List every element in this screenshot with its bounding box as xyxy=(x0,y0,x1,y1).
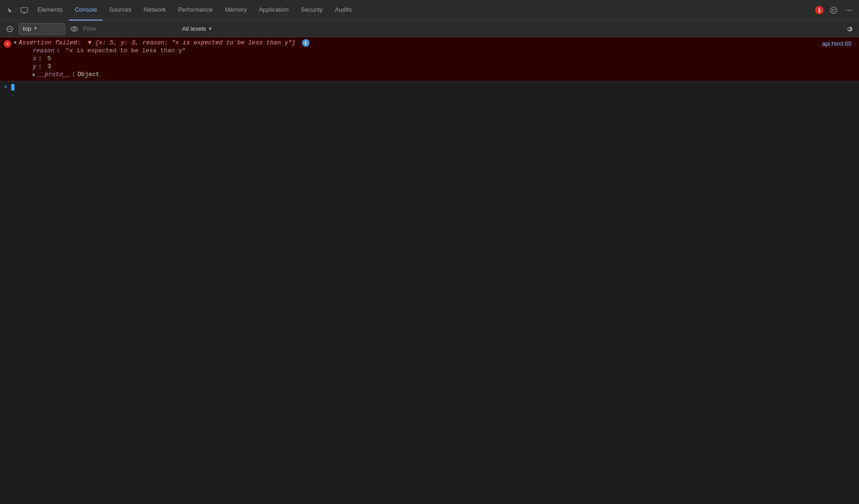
svg-point-7 xyxy=(848,9,849,10)
svg-point-3 xyxy=(831,7,837,14)
tab-memory[interactable]: Memory xyxy=(219,0,253,21)
cursor-icon[interactable] xyxy=(4,4,17,17)
prop-key-x: x xyxy=(33,55,36,62)
console-content: ✕ ▶ Assertion failed: ▼ {x: 5, y: 3, rea… xyxy=(0,37,859,504)
tab-network[interactable]: Network xyxy=(138,0,172,21)
console-prompt: > xyxy=(4,84,7,91)
error-count-circle: 1 xyxy=(815,6,824,14)
error-badge[interactable]: 1 xyxy=(815,6,824,14)
prop-val-x: 5 xyxy=(44,55,51,62)
tab-right-icons: 1 xyxy=(815,4,855,17)
levels-chevron-icon: ▼ xyxy=(208,26,212,31)
filter-input[interactable] xyxy=(83,23,176,35)
proto-expand-arrow-icon[interactable]: ▶ xyxy=(33,72,35,77)
svg-point-11 xyxy=(71,27,77,31)
svg-point-8 xyxy=(851,9,852,10)
prop-row-x: x : 5 xyxy=(14,55,855,63)
svg-point-12 xyxy=(73,28,76,30)
svg-point-4 xyxy=(832,9,833,10)
eye-icon-button[interactable] xyxy=(68,23,80,35)
emoji-icon[interactable] xyxy=(827,4,840,17)
info-icon[interactable]: i xyxy=(302,39,310,47)
proto-row: ▶ __proto__ : Object xyxy=(14,70,855,78)
expand-arrow-icon[interactable]: ▶ xyxy=(13,42,18,44)
tab-console[interactable]: Console xyxy=(69,0,103,21)
proto-type: Object xyxy=(77,71,99,78)
svg-point-5 xyxy=(835,9,836,10)
console-cursor[interactable] xyxy=(11,84,14,91)
context-selector[interactable]: top ▼ xyxy=(19,23,65,35)
more-icon[interactable] xyxy=(842,4,855,17)
object-preview-text: ▼ {x: 5, y: 3, reason: "x is expected to… xyxy=(84,39,299,46)
file-link[interactable]: api.html:60 xyxy=(822,40,852,47)
tab-performance[interactable]: Performance xyxy=(172,0,218,21)
assertion-failed-label: Assertion failed: xyxy=(19,39,81,46)
tab-sources[interactable]: Sources xyxy=(104,0,137,21)
tab-security[interactable]: Security xyxy=(295,0,328,21)
devtools-tabbar: Elements Console Sources Network Perform… xyxy=(0,0,859,21)
tab-application[interactable]: Application xyxy=(253,0,295,21)
prop-key-y: y xyxy=(33,63,36,70)
error-message-text: Assertion failed: ▼ {x: 5, y: 3, reason:… xyxy=(19,39,310,47)
console-toolbar: top ▼ All levels ▼ xyxy=(0,21,859,37)
levels-label: All levels xyxy=(182,25,206,32)
svg-rect-0 xyxy=(21,7,28,12)
levels-selector[interactable]: All levels ▼ xyxy=(179,24,215,33)
tab-audits[interactable]: Audits xyxy=(329,0,357,21)
console-input-row: > xyxy=(0,81,859,93)
context-selector-value: top xyxy=(23,25,31,32)
chevron-down-icon: ▼ xyxy=(34,26,37,31)
svg-point-6 xyxy=(846,9,847,10)
proto-key: __proto__ xyxy=(37,71,70,78)
prop-row-reason: reason : "x is expected to be less than … xyxy=(14,47,855,55)
settings-button[interactable] xyxy=(843,23,855,35)
error-x-icon: ✕ xyxy=(4,40,11,48)
prop-val-y: 3 xyxy=(44,63,51,70)
prop-row-y: y : 3 xyxy=(14,63,855,70)
error-row: ✕ ▶ Assertion failed: ▼ {x: 5, y: 3, rea… xyxy=(0,37,859,81)
tab-elements[interactable]: Elements xyxy=(32,0,68,21)
error-count: 1 xyxy=(818,7,821,13)
screen-icon[interactable] xyxy=(18,4,31,17)
prop-key-reason: reason xyxy=(33,47,55,54)
clear-console-button[interactable] xyxy=(4,23,16,35)
prop-val-reason: "x is expected to be less than y" xyxy=(62,47,186,54)
